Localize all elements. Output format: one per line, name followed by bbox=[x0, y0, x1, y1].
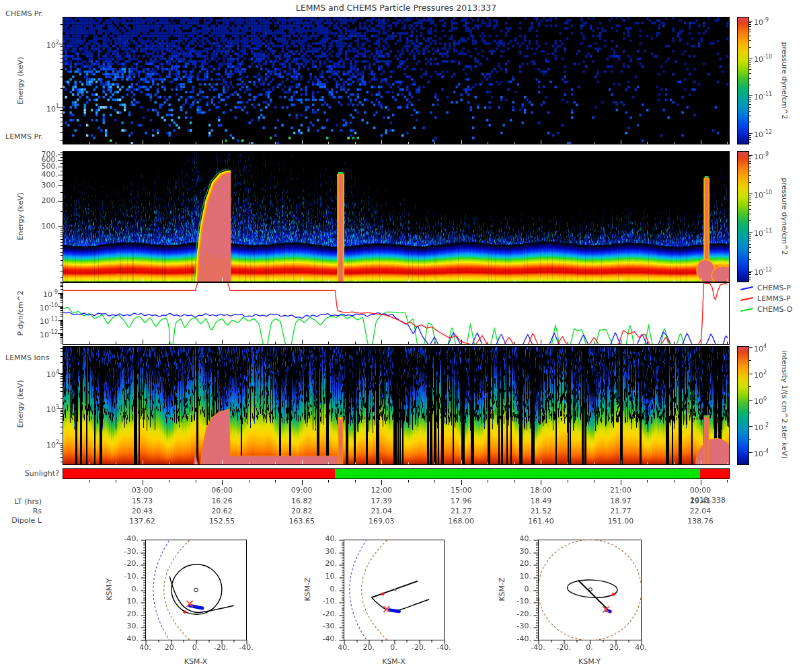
ytick-label: 400. bbox=[20, 170, 58, 179]
dipole-l-value: 168.00 bbox=[438, 517, 484, 526]
lemms-pressure-spectrogram-canvas bbox=[63, 151, 730, 282]
sunlight-bar bbox=[63, 468, 730, 479]
lt-value: 17.96 bbox=[438, 497, 484, 505]
colorbar-tick-label: 10-11 bbox=[754, 90, 772, 101]
orbit-ytick-label: -10. bbox=[499, 597, 531, 605]
legend-entry-chems-p: CHEMS-P bbox=[740, 283, 791, 293]
ytick-label: 101 bbox=[26, 102, 59, 114]
ytick-label: 10-9 bbox=[20, 288, 58, 299]
orbit-xtick-label: 0. bbox=[182, 643, 209, 652]
orbit-ytick-label: 0. bbox=[305, 585, 337, 593]
orbit-ytick-label: -20. bbox=[106, 559, 139, 568]
orbit-ytick-label: 30. bbox=[305, 547, 337, 556]
orbit-xlabel-ksm-y: KSM-Y bbox=[538, 657, 641, 666]
orbit-xlabel-ksm-x-2: KSM-X bbox=[344, 657, 444, 666]
colorbar-tick-label: 10-12 bbox=[754, 128, 772, 139]
time-tick-label: 21:00 bbox=[598, 486, 644, 495]
dipole-l-value: 152.55 bbox=[199, 517, 245, 526]
colorbar-tick-label: 100 bbox=[754, 394, 767, 406]
orbit-ytick-label: 0. bbox=[106, 585, 139, 593]
orbit-xtick-label: -40. bbox=[233, 643, 260, 652]
colorbar-tick-label: 10-11 bbox=[754, 226, 772, 238]
orbit-ytick-label: 10. bbox=[499, 572, 531, 581]
orbit-ytick-label: -10. bbox=[106, 572, 139, 581]
lt-value: 17.39 bbox=[358, 497, 404, 505]
orbit-xtick-label: -40. bbox=[525, 643, 551, 652]
legend-label-chems-o: CHEMS-O bbox=[757, 305, 792, 314]
lemms-ions-spectrogram-canvas bbox=[63, 346, 730, 465]
time-tick-label: 00:00 bbox=[678, 486, 724, 495]
sunlight-segment-shadow bbox=[700, 469, 729, 478]
orbit-xtick-label: -40. bbox=[430, 643, 457, 652]
time-tick-label: 15:00 bbox=[438, 486, 484, 495]
lt-value: 15.73 bbox=[120, 497, 165, 505]
legend-line-sample-lemms-p bbox=[740, 297, 753, 301]
dipole-l-value: 169.03 bbox=[358, 517, 404, 526]
colorbar-tick-label: 10-2 bbox=[754, 421, 769, 432]
colorbar-unit-label-pressure-2: pressure dyne/cm^2 bbox=[780, 178, 789, 255]
colorbar-tick-label: 104 bbox=[754, 342, 767, 353]
ytick-label: 103 bbox=[26, 403, 59, 414]
time-tick-label: 12:00 bbox=[358, 486, 404, 495]
panel-label-lemms-ions: LEMMS Ions bbox=[5, 353, 49, 362]
orbit-ytick-label: -20. bbox=[499, 610, 531, 618]
colorbar-tick-label: 10-10 bbox=[754, 188, 772, 200]
orbit-ytick-label: -40. bbox=[499, 634, 531, 643]
ytick-label: 102 bbox=[26, 38, 59, 50]
figure: LEMMS and CHEMS Particle Pressures 2013:… bbox=[0, 0, 807, 672]
rs-value: 22.04 bbox=[678, 507, 724, 515]
rs-value: 20.62 bbox=[199, 507, 245, 515]
legend-entry-lemms-p: LEMMS-P bbox=[740, 294, 791, 304]
dipole-l-value: 138.76 bbox=[678, 517, 724, 526]
orbit-xtick-label: 20. bbox=[157, 643, 184, 652]
orbit-ytick-label: -20. bbox=[305, 610, 337, 618]
rs-value: 20.43 bbox=[120, 507, 165, 515]
orbit-xtick-label: 40. bbox=[132, 643, 159, 652]
pressure-line-plot-canvas bbox=[63, 282, 730, 345]
page-title: LEMMS and CHEMS Particle Pressures 2013:… bbox=[63, 3, 730, 12]
legend-entry-chems-o: CHEMS-O bbox=[740, 304, 792, 314]
orbit-ytick-label: -30. bbox=[499, 622, 531, 630]
orbit-xtick-label: 40. bbox=[330, 643, 357, 652]
orbit-plot-ksmy-ksmz-canvas bbox=[530, 532, 645, 647]
time-tick-label: 06:00 bbox=[199, 486, 245, 495]
ytick-label: 104 bbox=[26, 368, 59, 379]
sunlight-segment-shadow bbox=[63, 469, 335, 478]
lt-value: 19.41 bbox=[678, 497, 724, 505]
chems-pressure-spectrogram-canvas bbox=[63, 17, 730, 144]
panel-label-chems-pr: CHEMS Pr. bbox=[5, 9, 43, 18]
lt-value: 16.26 bbox=[199, 497, 245, 505]
ytick-label: 10-11 bbox=[20, 314, 58, 326]
legend-label-chems-p: CHEMS-P bbox=[757, 284, 791, 292]
orbit-xtick-label: 20. bbox=[355, 643, 382, 652]
orbit-plot-ksmx-ksmy-canvas bbox=[137, 532, 250, 647]
orbit-ytick-label: 20. bbox=[305, 559, 337, 568]
colorbar-tick-label: 10-12 bbox=[754, 265, 772, 277]
orbit-ytick-label: 0. bbox=[499, 585, 531, 593]
orbit-xtick-label: -20. bbox=[406, 643, 432, 652]
y-axis-label-energy-chems: Energy (keV) bbox=[16, 57, 25, 105]
colorbar-tick-label: 10-9 bbox=[754, 150, 769, 161]
orbit-ytick-label: -40. bbox=[305, 634, 337, 643]
colorbar-tick-label: 102 bbox=[754, 368, 767, 380]
dipole-l-value: 161.40 bbox=[518, 517, 564, 526]
colorbar-pressure-1 bbox=[737, 17, 749, 144]
orbit-xtick-label: 40. bbox=[627, 643, 654, 652]
rs-value: 21.04 bbox=[358, 507, 404, 515]
orbit-xtick-label: 0. bbox=[576, 643, 603, 652]
row-label-dipole: Dipole L bbox=[0, 516, 42, 525]
colorbar-tick-label: 10-9 bbox=[754, 15, 769, 27]
sunlight-segment-sunlit bbox=[335, 469, 699, 478]
orbit-ytick-label: 20. bbox=[106, 610, 139, 618]
orbit-ytick-label: 30. bbox=[499, 547, 531, 556]
dipole-l-value: 151.00 bbox=[598, 517, 644, 526]
ytick-label: 200. bbox=[20, 196, 58, 205]
ytick-label: 300. bbox=[20, 181, 58, 190]
time-tick-label: 18:00 bbox=[518, 486, 564, 495]
panel-label-lemms-pr: LEMMS Pr. bbox=[5, 132, 43, 141]
rs-value: 20.82 bbox=[279, 507, 325, 515]
orbit-ytick-label: 10. bbox=[106, 597, 139, 605]
sunlight-row-label: Sunlight? bbox=[5, 469, 59, 478]
time-tick-label: 09:00 bbox=[279, 486, 325, 495]
legend-label-lemms-p: LEMMS-P bbox=[757, 294, 791, 303]
